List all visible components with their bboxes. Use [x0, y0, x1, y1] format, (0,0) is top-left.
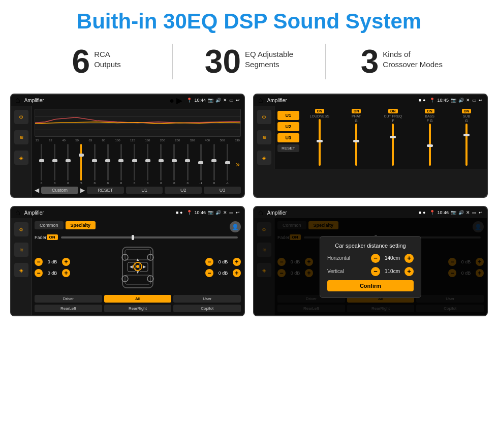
eq-slider-7[interactable]: 0 [129, 144, 140, 185]
eq-slider-3[interactable]: 5 [75, 144, 87, 185]
status-bar-eq: ⌂ Amplifier ● ▶ 📍 10:44 📷 🔊 ✕ ▭ ↩ [11, 95, 244, 106]
sidebar-btn-fader-3[interactable]: ◈ [14, 263, 28, 277]
stat-text-eq: EQ Adjustable Segments [245, 45, 293, 69]
channel-loudness: ON LOUDNESS [302, 109, 337, 166]
stat-rca: 6 RCA Outputs [20, 45, 172, 78]
eq-slider-12[interactable]: -1 [195, 144, 207, 185]
btn-rearleft[interactable]: RearLeft [35, 305, 102, 312]
more-icon[interactable]: » [235, 160, 240, 168]
horizontal-control: − 140cm + [371, 254, 414, 263]
eq-main: 25 32 40 50 63 80 100 125 160 200 250 32… [32, 106, 244, 197]
crossover-reset[interactable]: RESET [277, 144, 299, 152]
preset-u3[interactable]: U3 [277, 133, 299, 142]
btn-copilot[interactable]: Copilot [173, 305, 241, 312]
eq-preset-u3[interactable]: U3 [204, 187, 241, 194]
home-icon-crossover: ⌂ [258, 96, 263, 105]
eq-sliders: 0 0 0 5 0 [35, 144, 241, 185]
status-icons-dialog: 📍 10:46 📷 🔊 ✕ ▭ ↩ [429, 210, 483, 215]
eq-slider-4[interactable]: 0 [89, 144, 101, 185]
vertical-plus[interactable]: + [404, 267, 414, 276]
btn-user[interactable]: User [173, 295, 241, 303]
confirm-button[interactable]: Confirm [327, 280, 414, 291]
eq-slider-0[interactable]: 0 [36, 144, 47, 185]
vol-minus-fl[interactable]: − [35, 258, 43, 266]
speaker-layout: − 0 dB + − 0 dB + [35, 242, 241, 293]
fader-bottom-btns: Driver All User [35, 295, 241, 303]
vol-minus-fr[interactable]: − [205, 258, 213, 266]
eq-preset-reset[interactable]: RESET [87, 187, 124, 194]
status-icons-fader: 📍 10:46 📷 🔊 ✕ ▭ ↩ [186, 210, 240, 215]
vol-value-fl: 0 dB [45, 259, 60, 264]
app-title-crossover: Amplifier [267, 98, 415, 103]
preset-u1[interactable]: U1 [277, 111, 299, 120]
status-icons-crossover: 📍 10:45 📷 🔊 ✕ ▭ ↩ [429, 98, 483, 103]
svg-text:▼: ▼ [136, 270, 140, 275]
eq-graph [35, 109, 241, 137]
vol-plus-fr[interactable]: + [233, 258, 241, 266]
preset-u2[interactable]: U2 [277, 122, 299, 131]
app-title-eq: Amplifier [24, 98, 166, 103]
sidebar-btn-fader-2[interactable]: ≋ [14, 243, 28, 257]
eq-preset-u2[interactable]: U2 [165, 187, 202, 194]
sidebar-btn-eq-3[interactable]: ◈ [14, 151, 28, 165]
channel-on-cutfreq[interactable]: ON [388, 109, 398, 113]
sidebar-btn-cx-3[interactable]: ◈ [257, 151, 271, 165]
vertical-value: 110cm [382, 268, 402, 274]
sidebar-btn-cx-1[interactable]: ⚙ [257, 110, 271, 124]
stats-row: 6 RCA Outputs 30 EQ Adjustable Segments … [0, 39, 498, 88]
vol-plus-rl[interactable]: + [62, 269, 70, 277]
left-volumes: − 0 dB + − 0 dB + [35, 258, 70, 277]
sidebar-btn-eq-1[interactable]: ⚙ [14, 110, 28, 124]
eq-slider-10[interactable]: 0 [168, 144, 180, 185]
eq-slider-2[interactable]: 0 [62, 144, 74, 185]
channel-on-sub[interactable]: ON [462, 109, 472, 113]
sidebar-eq: ⚙ ≋ ◈ [11, 106, 32, 197]
eq-slider-6[interactable]: 0 [115, 144, 127, 185]
vol-minus-rl[interactable]: − [35, 269, 43, 277]
svg-text:▶: ▶ [143, 264, 146, 269]
eq-slider-13[interactable]: 0 [208, 144, 220, 185]
channel-bass: ON BASS F G [412, 109, 447, 166]
sidebar-btn-eq-2[interactable]: ≋ [14, 130, 28, 144]
btn-all[interactable]: All [104, 295, 172, 303]
eq-slider-5[interactable]: 0 [102, 144, 114, 185]
stat-number-crossover: 3 [361, 45, 379, 78]
right-volumes: − 0 dB + − 0 dB + [205, 258, 241, 277]
eq-slider-1[interactable]: 0 [49, 144, 60, 185]
vol-plus-rr[interactable]: + [233, 269, 241, 277]
eq-prev-arrow[interactable]: ◀ [35, 187, 39, 194]
channel-on-phat[interactable]: ON [352, 109, 361, 113]
eq-preset-u1[interactable]: U1 [126, 187, 163, 194]
user-icon[interactable]: 👤 [230, 221, 241, 232]
btn-driver[interactable]: Driver [35, 295, 102, 303]
eq-preset-custom[interactable]: Custom [41, 187, 78, 194]
fader-on-badge[interactable]: ON [47, 234, 58, 240]
tab-specialty[interactable]: Specialty [66, 221, 96, 229]
eq-slider-14[interactable]: -1 [222, 144, 233, 185]
sidebar-btn-cx-2[interactable]: ≋ [257, 130, 271, 144]
channel-on-loudness[interactable]: ON [315, 109, 325, 113]
vol-value-rr: 0 dB [215, 271, 231, 276]
eq-slider-9[interactable]: 0 [155, 144, 167, 185]
screen-eq: ⌂ Amplifier ● ▶ 📍 10:44 📷 🔊 ✕ ▭ ↩ ⚙ ≋ ◈ [10, 94, 245, 198]
crossover-channels: ON LOUDNESS ON PHAT G [302, 109, 484, 166]
status-bar-dialog: ⌂ Amplifier ■ ● 📍 10:46 📷 🔊 ✕ ▭ ↩ [254, 207, 487, 218]
sidebar-btn-fader-1[interactable]: ⚙ [14, 222, 28, 236]
btn-rearright[interactable]: RearRight [104, 305, 172, 312]
vertical-row: Vertical − 110cm + [327, 267, 414, 276]
eq-slider-8[interactable]: 0 [142, 144, 153, 185]
dialog-title: Car speaker distance setting [327, 243, 414, 249]
vertical-minus[interactable]: − [371, 267, 380, 276]
channel-on-bass[interactable]: ON [425, 109, 434, 113]
status-icons-eq: 📍 10:44 📷 🔊 ✕ ▭ ↩ [186, 98, 240, 103]
horizontal-plus[interactable]: + [404, 254, 414, 263]
vol-plus-fl[interactable]: + [62, 258, 70, 266]
tab-common[interactable]: Common [35, 221, 64, 229]
horizontal-minus[interactable]: − [371, 254, 380, 263]
eq-slider-11[interactable]: 0 [182, 144, 194, 185]
fader-slider[interactable] [61, 236, 238, 238]
eq-next-arrow[interactable]: ▶ [80, 187, 85, 194]
status-bar-fader: ⌂ Amplifier ■ ● 📍 10:46 📷 🔊 ✕ ▭ ↩ [11, 207, 244, 218]
fader-tabs: Common Specialty [35, 221, 96, 229]
vol-minus-rr[interactable]: − [205, 269, 213, 277]
